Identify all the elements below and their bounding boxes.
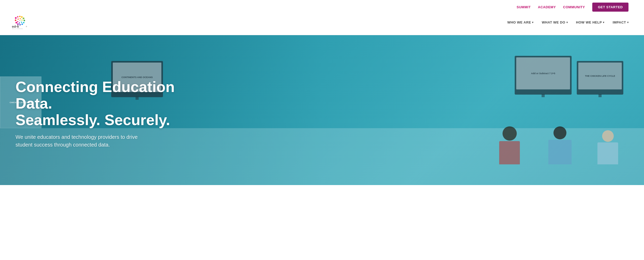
academy-link[interactable]: ACADEMY xyxy=(538,5,556,9)
svg-point-6 xyxy=(23,22,24,23)
svg-point-2 xyxy=(19,16,20,17)
svg-point-12 xyxy=(18,19,19,20)
monitor-screen-3: THE CHICKEN LIFE CYCLE xyxy=(578,63,622,89)
classroom-monitor-3: THE CHICKEN LIFE CYCLE xyxy=(577,61,623,95)
chevron-down-icon: ▾ xyxy=(532,21,534,24)
svg-point-7 xyxy=(21,24,23,25)
svg-point-16 xyxy=(19,22,20,24)
community-link[interactable]: COMMUNITY xyxy=(563,5,585,9)
monitor-screen-2: Add or Subtract 7 2=5 xyxy=(516,57,570,89)
nav-impact[interactable]: IMPACT ▾ xyxy=(613,20,628,24)
svg-point-15 xyxy=(21,22,22,23)
svg-point-17 xyxy=(17,21,18,22)
hero-section: CHICKEN LIFE CYCLE CONTINENTS AND OCEANS… xyxy=(0,35,644,185)
person-body-2 xyxy=(548,140,572,164)
edfi-logo: ed-fi ® ALLIANCE xyxy=(10,13,34,31)
person-head-2 xyxy=(553,126,566,139)
svg-point-10 xyxy=(16,22,17,24)
svg-point-14 xyxy=(21,20,23,21)
person-silhouette-1 xyxy=(499,126,520,164)
svg-point-0 xyxy=(15,17,17,19)
svg-point-4 xyxy=(23,18,25,19)
logo-area[interactable]: ed-fi ® ALLIANCE xyxy=(10,13,34,31)
svg-point-5 xyxy=(24,20,25,21)
svg-point-11 xyxy=(15,20,16,21)
svg-point-18 xyxy=(19,20,20,21)
summit-link[interactable]: SUMMIT xyxy=(517,5,531,9)
person-head-1 xyxy=(503,126,517,141)
header-top-nav: SUMMIT ACADEMY COMMUNITY GET STARTED xyxy=(0,0,644,13)
nav-who-we-are[interactable]: WHO WE ARE ▾ xyxy=(507,20,533,24)
monitor-stand-3 xyxy=(598,94,602,97)
svg-text:ed-fi: ed-fi xyxy=(12,25,19,28)
person-head-3 xyxy=(602,130,614,142)
chevron-down-icon: ▾ xyxy=(627,21,629,24)
classroom-monitor-2: Add or Subtract 7 2=5 xyxy=(515,56,572,95)
site-header: SUMMIT ACADEMY COMMUNITY GET STARTED xyxy=(0,0,644,35)
svg-text:ALLIANCE: ALLIANCE xyxy=(12,28,23,29)
svg-text:®: ® xyxy=(26,26,27,27)
nav-how-we-help[interactable]: HOW WE HELP ▾ xyxy=(576,20,604,24)
get-started-button[interactable]: GET STARTED xyxy=(592,3,628,12)
nav-what-we-do[interactable]: WHAT WE DO ▾ xyxy=(542,20,568,24)
chevron-down-icon: ▾ xyxy=(603,21,604,24)
hero-content: Connecting Education Data. Seamlessly. S… xyxy=(16,79,197,149)
chevron-down-icon: ▾ xyxy=(566,21,568,24)
svg-point-1 xyxy=(17,16,19,18)
header-bottom: ed-fi ® ALLIANCE WHO WE ARE ▾ WHAT WE DO… xyxy=(0,13,644,35)
svg-point-3 xyxy=(21,16,23,18)
monitor-stand-2 xyxy=(542,94,545,97)
person-silhouette-2 xyxy=(548,126,572,164)
person-body-3 xyxy=(597,142,618,164)
person-body-1 xyxy=(499,141,520,164)
main-nav: WHO WE ARE ▾ WHAT WE DO ▾ HOW WE HELP ▾ … xyxy=(507,20,628,24)
hero-subtitle: We unite educators and technology provid… xyxy=(16,133,155,149)
hero-title: Connecting Education Data. Seamlessly. S… xyxy=(16,79,197,128)
svg-point-13 xyxy=(20,18,21,19)
svg-point-8 xyxy=(19,24,21,25)
person-silhouette-3 xyxy=(597,130,618,164)
